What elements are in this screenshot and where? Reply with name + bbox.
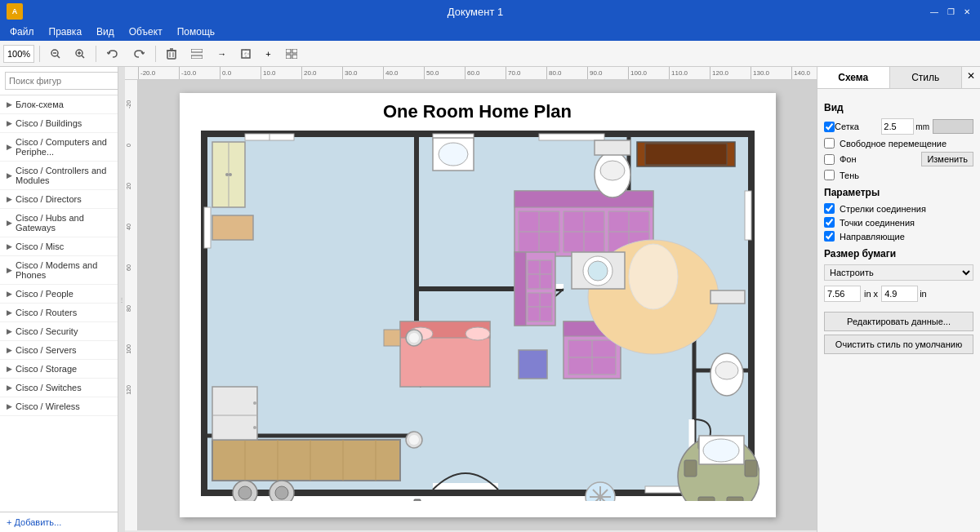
sidebar-item-misc[interactable]: ▶ Cisco / Misc [0, 237, 118, 256]
svg-point-112 [253, 426, 256, 429]
arrow-icon: ▶ [7, 100, 12, 109]
sidebar-item-servers[interactable]: ▶ Cisco / Servers [0, 341, 118, 360]
paper-width-input[interactable] [824, 286, 861, 302]
sidebar: ▶ Блок-схема ▶ Cisco / Buildings ▶ Cisco… [0, 67, 118, 532]
sidebar-item-controllers[interactable]: ▶ Cisco / Controllers and Modules [0, 162, 118, 190]
shape-button[interactable] [235, 44, 256, 64]
change-bg-button[interactable]: Изменить [921, 152, 973, 166]
tab-schema[interactable]: Схема [817, 67, 890, 88]
insert-button[interactable]: + [260, 44, 276, 64]
paper-preset-select[interactable]: Настроить [824, 264, 973, 281]
grid-color-swatch[interactable] [933, 119, 973, 134]
ruler-mark: 20.0 [301, 67, 342, 80]
sidebar-item-label: Cisco / Servers [16, 345, 77, 355]
page-canvas[interactable]: One Room Home Plan [180, 93, 776, 517]
ruler-mark: 90.0 [587, 67, 628, 80]
svg-text:40: 40 [126, 224, 131, 230]
toolbar-separator-2 [96, 46, 96, 62]
sidebar-item-security[interactable]: ▶ Cisco / Security [0, 322, 118, 341]
background-row: Фон Изменить [824, 152, 973, 166]
guides-checkbox[interactable] [824, 231, 835, 242]
grid-size-input[interactable] [881, 118, 914, 135]
grid-checkbox[interactable] [824, 122, 835, 132]
guides-row: Направляющие [824, 231, 973, 242]
ruler-mark: 60.0 [465, 67, 506, 80]
grid-row: Сетка mm [824, 118, 973, 135]
format-button[interactable] [185, 44, 208, 64]
svg-rect-90 [645, 144, 727, 165]
sidebar-item-label: Cisco / People [16, 289, 74, 299]
arrows-label: Стрелки соединения [840, 204, 973, 214]
points-row: Точки соединения [824, 217, 973, 228]
tab-style[interactable]: Стиль [890, 67, 963, 88]
svg-rect-18 [292, 49, 297, 53]
sidebar-item-modems[interactable]: ▶ Cisco / Modems and Phones [0, 256, 118, 285]
arrow-icon: ▶ [7, 195, 12, 203]
search-input[interactable] [5, 72, 118, 90]
panel-close-button[interactable]: ✕ [962, 67, 980, 88]
menu-file[interactable]: Файл [3, 24, 41, 39]
zoom-control[interactable]: 100% [3, 45, 34, 63]
redo-button[interactable] [127, 44, 150, 64]
points-checkbox[interactable] [824, 217, 835, 228]
canvas-area[interactable]: -20.0 -10.0 0.0 10.0 20.0 30.0 40.0 50.0… [125, 67, 817, 532]
sidebar-item-label: Cisco / Storage [16, 364, 77, 374]
svg-rect-19 [286, 55, 291, 59]
svg-point-88 [629, 244, 678, 309]
paper-height-input[interactable] [881, 286, 918, 302]
svg-text:20: 20 [126, 183, 131, 189]
arrow-icon: ▶ [7, 143, 12, 151]
zoom-in-button[interactable] [69, 44, 91, 64]
svg-rect-59 [212, 215, 253, 240]
menu-view[interactable]: Вид [90, 24, 121, 39]
minimize-button[interactable]: — [928, 5, 941, 18]
restore-button[interactable]: ❐ [944, 5, 957, 18]
sidebar-item-storage[interactable]: ▶ Cisco / Storage [0, 360, 118, 379]
line-button[interactable]: → [212, 44, 232, 64]
undo-button[interactable] [101, 44, 124, 64]
toolbar: 100% → + [0, 41, 980, 67]
sidebar-item-wireless[interactable]: ▶ Cisco / Wireless [0, 397, 118, 416]
arrow-icon: ▶ [7, 119, 12, 127]
ruler-left: -20 0 20 40 60 80 100 120 [125, 80, 138, 530]
close-button[interactable]: ✕ [960, 5, 973, 18]
sidebar-item-people[interactable]: ▶ Cisco / People [0, 285, 118, 304]
sidebar-item-directors[interactable]: ▶ Cisco / Directors [0, 190, 118, 209]
sidebar-item-block[interactable]: ▶ Блок-схема [0, 95, 118, 114]
sidebar-resize-handle[interactable]: ⋮ [118, 67, 125, 532]
svg-point-106 [238, 486, 252, 499]
svg-rect-63 [514, 191, 653, 207]
menu-help[interactable]: Помощь [171, 24, 221, 39]
arrows-row: Стрелки соединения [824, 203, 973, 214]
sidebar-item-hubs[interactable]: ▶ Cisco / Hubs and Gateways [0, 209, 118, 237]
ruler-mark: 80.0 [546, 67, 587, 80]
delete-button[interactable] [161, 44, 182, 64]
free-move-checkbox[interactable] [824, 138, 835, 149]
sidebar-item-routers[interactable]: ▶ Cisco / Routers [0, 304, 118, 322]
menu-edit[interactable]: Правка [42, 24, 89, 39]
arrow-icon: ▶ [7, 219, 12, 227]
background-checkbox[interactable] [824, 154, 835, 165]
shadow-checkbox[interactable] [824, 170, 835, 180]
svg-point-53 [466, 327, 490, 340]
ruler-marks: -20.0 -10.0 0.0 10.0 20.0 30.0 40.0 50.0… [125, 67, 817, 80]
grid-view-button[interactable] [280, 44, 303, 64]
sidebar-item-buildings[interactable]: ▶ Cisco / Buildings [0, 114, 118, 133]
zoom-out-button[interactable] [45, 44, 66, 64]
sidebar-item-switches[interactable]: ▶ Cisco / Switches [0, 379, 118, 397]
svg-text:-20: -20 [126, 100, 131, 109]
svg-rect-46 [539, 134, 604, 140]
edit-data-button[interactable]: Редактировать данные... [824, 312, 973, 331]
arrow-icon: ▶ [7, 383, 12, 392]
canvas-inner[interactable]: One Room Home Plan [138, 80, 817, 530]
grid-label: Сетка [835, 122, 878, 131]
svg-rect-49 [204, 207, 211, 248]
reset-style-button[interactable]: Очистить стиль по умолчанию [824, 335, 973, 354]
sidebar-item-computers[interactable]: ▶ Cisco / Computers and Periphe... [0, 133, 118, 162]
add-shapes-button[interactable]: + Добавить... [0, 512, 118, 532]
svg-rect-13 [191, 55, 203, 59]
params-section-title: Параметры [824, 187, 973, 198]
ruler-mark: 110.0 [669, 67, 710, 80]
arrows-checkbox[interactable] [824, 203, 835, 214]
menu-object[interactable]: Объект [122, 24, 169, 39]
